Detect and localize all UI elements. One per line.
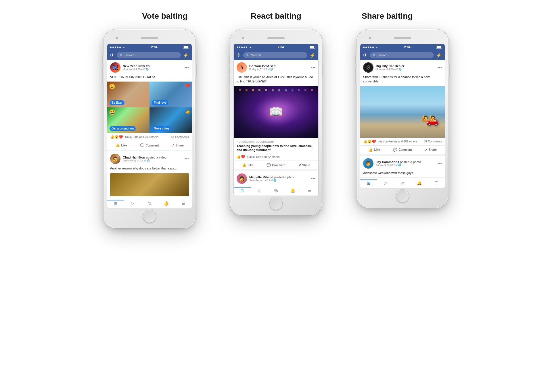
status-bar-1: ▲ 2:04: [107, 44, 192, 50]
nav-video-2[interactable]: ▷: [251, 187, 268, 194]
nav-notif-2[interactable]: 🔔: [284, 187, 301, 194]
phone-2-shell: ▲ 2:04 ✈ 🔍 Search ⚡: [230, 29, 322, 215]
nav-video-1[interactable]: ▷: [124, 200, 141, 207]
post-2-avatar: 👨: [110, 154, 120, 164]
jay-info: Jay Hammonds posted a photo Friday at 11…: [376, 160, 435, 167]
vote-label-2[interactable]: Find love: [152, 100, 168, 105]
nav-home-3[interactable]: ⊞: [360, 179, 377, 186]
nav-notif-3[interactable]: 🔔: [411, 179, 428, 186]
like-icon-2: 👍: [242, 163, 246, 167]
post-1-comment-count: 67 Comments: [171, 136, 189, 139]
post-1-more[interactable]: •••: [185, 65, 189, 70]
globe-icon-4: 🌐: [273, 179, 276, 182]
comment-button-1[interactable]: 💬 Comment: [135, 142, 164, 149]
post-2-time: Wednesday at 12:55 🌐: [123, 159, 182, 162]
page-container: Vote baiting React baiting Share baiting: [89, 11, 463, 228]
search-bar-2[interactable]: 🔍 Search: [243, 52, 307, 58]
nav-bar-2: ⊞ ▷ 🛍 🔔 ☰: [234, 185, 318, 196]
michelle-time: Saturday at 1:00 PM 🌐: [249, 179, 309, 182]
michelle-more[interactable]: •••: [311, 176, 315, 181]
phone-1-bottom: [107, 209, 192, 224]
vote-heart: ❤️: [185, 83, 190, 88]
link-title[interactable]: Teaching young people how to find love, …: [237, 144, 315, 152]
share-post-header: ⚙ Big City Car Dealer Monday at 4:28 AM …: [360, 60, 445, 74]
michelle-info: Michelle Riband posted a photo Saturday …: [249, 175, 309, 182]
nav-menu-2[interactable]: ☰: [301, 187, 318, 194]
phone-2-home-btn[interactable]: [269, 197, 283, 210]
horoscope-book-icon: 📖: [269, 105, 283, 119]
react-actions: 👍 Like 💬 Comment ↗ Share: [234, 161, 318, 169]
search-bar-1[interactable]: 🔍 Search: [117, 52, 181, 58]
share-button-2[interactable]: ↗ Share: [290, 161, 318, 169]
messenger-icon-1[interactable]: ⚡: [183, 53, 189, 58]
post-2-header: 👨 Chad Hamilton posted a video Wednesday…: [107, 151, 192, 165]
nav-video-3[interactable]: ▷: [377, 179, 394, 186]
like-icon-1: 👍: [116, 143, 120, 147]
messenger-icon-2[interactable]: ⚡: [310, 53, 315, 58]
link-preview: HOROSCOPE-LOVERS.COM Teaching young peop…: [234, 138, 318, 153]
react-page-name[interactable]: Be Your Best Self: [249, 64, 309, 68]
phone-3-home-btn[interactable]: [396, 189, 409, 202]
search-text-2: Search: [251, 53, 261, 57]
vote-label-1[interactable]: Be fitter: [110, 100, 124, 105]
react-post-more[interactable]: •••: [311, 65, 315, 70]
nav-menu-3[interactable]: ☰: [428, 179, 445, 186]
post-1-page-name[interactable]: New Year, New You: [123, 64, 182, 68]
post-1-reactions-left: 👍😮❤️ Daisy Tam and 203 others: [110, 135, 158, 139]
vote-q3: 😂 Get a promotion: [107, 107, 150, 133]
wheel-avatar: ⚙: [364, 63, 373, 72]
comment-icon-3: 💬: [393, 148, 397, 152]
nav-marketplace-3[interactable]: 🛍: [394, 179, 411, 186]
chad-avatar-img: 👨: [110, 154, 120, 164]
nav-notif-1[interactable]: 🔔: [158, 200, 175, 207]
post-2-more[interactable]: •••: [185, 157, 189, 161]
phone-1-home-btn[interactable]: [143, 210, 156, 223]
status-bar-2: ▲ 2:04: [234, 44, 318, 50]
share-reactions-row: 👍😮❤️ Jessica Freitas and 101 others 31 C…: [360, 138, 445, 146]
post-1-vote: 🎆 New Year, New You Monday at 4:28 AM 🌐 …: [107, 60, 192, 151]
phone-3-speaker: [394, 37, 411, 39]
globe-icon-5: 🌐: [399, 68, 402, 71]
vote-q1: 😊 Be fitter: [107, 82, 150, 107]
post-react-1: 🕯 Be Your Best Self Friday at 5:11 PM 🌐 …: [234, 60, 318, 171]
vote-label-4[interactable]: Move cities: [152, 126, 171, 131]
like-button-1[interactable]: 👍 Like: [107, 142, 135, 149]
react-post-time: Friday at 5:11 PM 🌐: [249, 68, 309, 71]
nav-menu-1[interactable]: ☰: [175, 200, 192, 207]
michelle-avatar: 👩: [237, 173, 247, 184]
comment-icon-1: 💬: [140, 143, 144, 147]
like-button-3[interactable]: 👍 Like: [360, 146, 388, 154]
fb-header-3: ✈ 🔍 Search ⚡: [360, 50, 445, 60]
search-icon-1: 🔍: [120, 54, 123, 57]
nav-home-2[interactable]: ⊞: [234, 187, 251, 194]
share-button-3[interactable]: ↗ Share: [417, 146, 445, 154]
share-post-text: Share with 10 friends for a chance to wi…: [360, 74, 445, 86]
share-button-1[interactable]: ↗ Share: [164, 142, 192, 149]
phone-3-camera: [369, 37, 371, 39]
share-post-more[interactable]: •••: [438, 65, 442, 70]
react-post-text: LIKE this if you're an Aries or LOVE thi…: [234, 74, 318, 86]
search-bar-3[interactable]: 🔍 Search: [370, 52, 434, 58]
globe-icon-1: 🌐: [146, 68, 149, 71]
nav-home-1[interactable]: ⊞: [107, 200, 124, 207]
messenger-icon-3[interactable]: ⚡: [436, 53, 442, 58]
nav-marketplace-1[interactable]: 🛍: [141, 200, 158, 207]
nav-marketplace-2[interactable]: 🛍: [268, 187, 285, 194]
vote-label-3[interactable]: Get a promotion: [110, 126, 136, 131]
react-reactions-left: 👍❤️ Daniel Kim and 52 others: [237, 155, 279, 159]
phone-3-bottom: [360, 188, 445, 203]
jay-name: Jay Hammonds posted a photo: [376, 160, 435, 164]
like-icon-3: 👍: [369, 148, 373, 152]
post-2-info: Chad Hamilton posted a video Wednesday a…: [123, 156, 182, 162]
search-text-3: Search: [377, 53, 388, 57]
share-baiting-title: Share baiting: [340, 11, 434, 21]
like-button-2[interactable]: 👍 Like: [234, 161, 262, 169]
comment-button-3[interactable]: 💬 Comment: [388, 146, 417, 154]
comment-button-2[interactable]: 💬 Comment: [262, 161, 290, 169]
post-1-reaction-count: Daisy Tam and 203 others: [125, 136, 158, 139]
jay-more[interactable]: •••: [438, 161, 442, 166]
vote-like: 👍: [185, 109, 190, 114]
post-1-text: VOTE ON YOUR 2018 GOALS!: [107, 74, 192, 82]
status-time-2: 2:04: [277, 45, 284, 49]
share-page-name[interactable]: Big City Car Dealer: [376, 64, 435, 68]
